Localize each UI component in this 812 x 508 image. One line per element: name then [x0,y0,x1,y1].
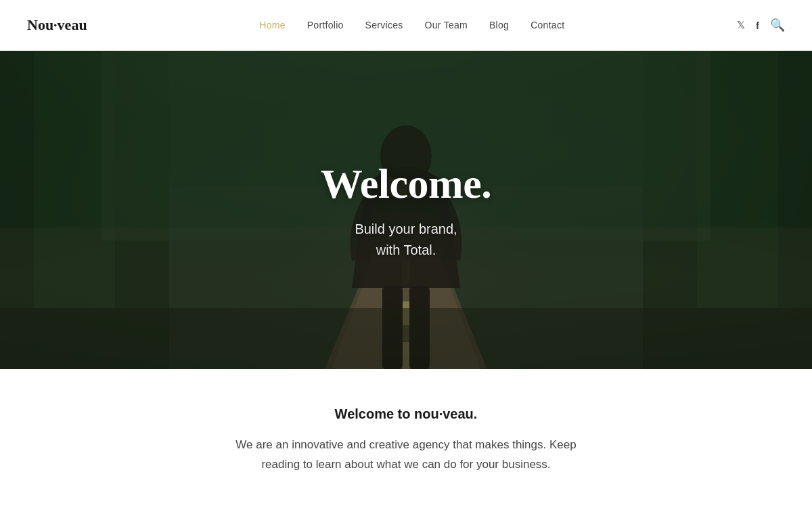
intro-title: Welcome to nou·veau. [135,406,677,422]
nav-link-home[interactable]: Home [259,20,285,30]
search-icon[interactable]: 🔍 [770,18,785,33]
svg-rect-15 [0,308,812,369]
facebook-icon[interactable]: f [756,20,759,31]
hero-section: Welcome. Build your brand, with Total. [0,51,812,369]
nav-social-icons: 𝕏 f 🔍 [737,18,785,33]
main-nav: Home Portfolio Services Our Team Blog Co… [259,20,564,30]
site-header: Nou·veau Home Portfolio Services Our Tea… [0,0,812,51]
twitter-icon[interactable]: 𝕏 [737,19,745,31]
hero-title: Welcome. [321,160,492,208]
hero-subtitle-line1: Build your brand, [355,221,457,236]
hero-subtitle-line2: with Total. [376,242,436,257]
hero-content: Welcome. Build your brand, with Total. [321,160,492,261]
intro-body: We are an innovative and creative agency… [135,436,677,475]
nav-link-contact[interactable]: Contact [531,20,564,30]
nav-link-blog[interactable]: Blog [489,20,509,30]
hero-subtitle: Build your brand, with Total. [321,219,492,261]
intro-section: Welcome to nou·veau. We are an innovativ… [0,369,812,502]
site-logo[interactable]: Nou·veau [27,16,87,34]
nav-link-our-team[interactable]: Our Team [425,20,468,30]
nav-link-portfolio[interactable]: Portfolio [307,20,344,30]
nav-link-services[interactable]: Services [365,20,403,30]
